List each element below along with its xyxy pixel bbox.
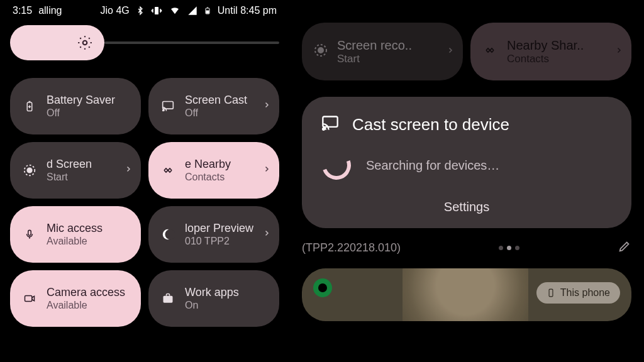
qs-footer: (TPP2.220218.010): [302, 239, 631, 256]
tile-mic-access[interactable]: Mic access Available: [10, 206, 141, 263]
briefcase-icon: [160, 292, 176, 305]
record-icon: [313, 43, 328, 60]
page-indicator[interactable]: [499, 246, 519, 250]
cast-icon: [160, 100, 176, 112]
vibrate-icon: [151, 5, 162, 16]
tile-subtitle: Available: [47, 299, 130, 311]
tile-battery-saver[interactable]: Battery Saver Off: [10, 78, 141, 134]
svg-point-6: [163, 110, 164, 111]
album-art: [402, 268, 528, 321]
nearby-share-icon: [482, 45, 498, 58]
media-player-card[interactable]: This phone: [302, 268, 631, 321]
tile-title: d Screen: [47, 158, 130, 172]
camera-icon: [21, 293, 38, 304]
tile-title: e Nearby: [185, 158, 268, 172]
battery-saver-icon: [21, 99, 38, 114]
tile-subtitle: Start: [337, 53, 452, 65]
cast-title: Cast screen to device: [352, 115, 509, 134]
chevron-right-icon: [125, 163, 132, 178]
tile-subtitle: Start: [47, 171, 130, 183]
cast-searching-label: Searching for devices…: [366, 158, 499, 173]
tile-title: Nearby Shar..: [507, 38, 620, 53]
quick-settings-right-panel: Screen reco.. Start Nearby Shar.. Contac…: [289, 0, 644, 362]
tile-screen-record[interactable]: d Screen Start: [10, 142, 141, 199]
tile-subtitle: Available: [47, 235, 130, 247]
tile-work-apps[interactable]: Work apps On: [148, 270, 279, 327]
tile-title: Screen Cast: [185, 94, 268, 107]
quick-settings-left-panel: 3:15 alling Jio 4G Until 8:45 pm Battery…: [0, 0, 289, 362]
status-carrier: Jio 4G: [100, 5, 129, 16]
qs-tile-grid: Battery Saver Off Screen Cast Off d Scre…: [10, 78, 279, 327]
chevron-right-icon: [263, 99, 270, 114]
tile-title: Camera access: [47, 286, 130, 300]
edit-tiles-button[interactable]: [618, 239, 631, 256]
bluetooth-icon: [136, 5, 145, 16]
svg-point-15: [318, 48, 323, 53]
svg-rect-9: [28, 230, 31, 235]
brightness-slider[interactable]: [10, 25, 279, 60]
cast-settings-button[interactable]: Settings: [319, 194, 614, 214]
signal-icon: [187, 6, 197, 16]
chevron-right-icon: [447, 44, 454, 59]
tile-subtitle: 010 TPP2: [185, 235, 268, 247]
loading-spinner-icon: [317, 146, 355, 184]
tile-subtitle: On: [185, 299, 268, 311]
build-number: (TPP2.220218.010): [302, 241, 401, 255]
tile-title: loper Preview: [185, 222, 268, 236]
qs-top-tiles: Screen reco.. Start Nearby Shar.. Contac…: [302, 23, 631, 80]
tile-title: Mic access: [47, 222, 130, 236]
brightness-gear-icon: [77, 35, 93, 51]
svg-rect-18: [549, 289, 553, 297]
nearby-share-icon: [160, 165, 176, 176]
svg-point-8: [27, 168, 31, 172]
mic-icon: [21, 227, 38, 242]
moon-icon: [160, 228, 176, 241]
cast-icon: [319, 114, 341, 134]
chevron-right-icon: [263, 163, 270, 178]
tile-camera-access[interactable]: Camera access Available: [10, 270, 141, 327]
output-device-label: This phone: [560, 287, 610, 299]
record-icon: [21, 163, 38, 177]
phone-icon: [547, 287, 555, 299]
brightness-thumb[interactable]: [10, 25, 104, 60]
tile-nearby-share-r[interactable]: Nearby Shar.. Contacts: [470, 23, 631, 80]
tile-subtitle: Contacts: [507, 53, 620, 65]
tile-subtitle: Off: [185, 107, 268, 119]
svg-rect-16: [323, 117, 337, 127]
tile-title: Work apps: [185, 286, 268, 300]
tile-screen-record-r[interactable]: Screen reco.. Start: [302, 23, 463, 80]
tile-dev-preview[interactable]: loper Preview 010 TPP2: [148, 206, 279, 263]
brightness-track[interactable]: [104, 41, 279, 44]
tile-subtitle: Contacts: [185, 171, 268, 183]
status-call-label: alling: [38, 5, 62, 16]
battery-icon: [204, 5, 211, 16]
chevron-right-icon: [263, 227, 270, 242]
tile-title: Screen reco..: [337, 38, 452, 53]
chevron-right-icon: [615, 44, 623, 59]
svg-rect-13: [164, 296, 173, 303]
wifi-icon: [169, 6, 181, 16]
tile-title: Battery Saver: [47, 94, 130, 107]
status-battery-until: Until 8:45 pm: [218, 5, 277, 16]
tile-nearby-share[interactable]: e Nearby Contacts: [148, 142, 279, 199]
svg-point-3: [83, 41, 87, 45]
tile-subtitle: Off: [47, 107, 130, 119]
status-bar: 3:15 alling Jio 4G Until 8:45 pm: [10, 5, 279, 25]
svg-point-17: [323, 128, 325, 130]
output-device-chip[interactable]: This phone: [536, 282, 620, 304]
tile-screen-cast[interactable]: Screen Cast Off: [148, 78, 279, 134]
status-time: 3:15: [13, 5, 32, 16]
cast-dialog: Cast screen to device Searching for devi…: [302, 97, 631, 228]
svg-rect-0: [155, 7, 158, 14]
svg-rect-12: [25, 296, 32, 302]
spotify-icon: [313, 278, 332, 297]
svg-rect-2: [206, 11, 209, 13]
